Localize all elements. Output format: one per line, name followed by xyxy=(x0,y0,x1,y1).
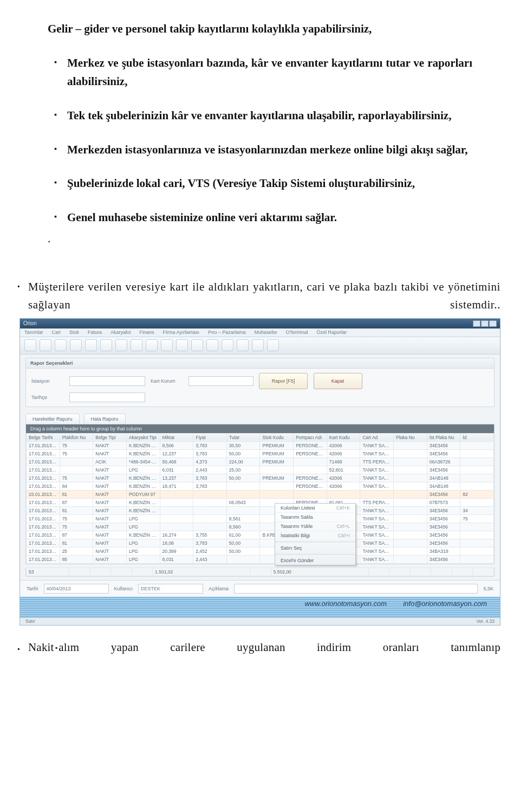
toolbar-button[interactable] xyxy=(100,339,112,351)
menu-item[interactable]: Tanımlar xyxy=(24,330,43,335)
tab-hareketler[interactable]: Hareketler Raporu xyxy=(25,414,80,424)
table-cell: TANKT SATIŞ xyxy=(360,506,394,514)
column-header[interactable]: Miktar xyxy=(160,433,193,441)
toolbar-button[interactable] xyxy=(40,339,51,351)
tab-hata[interactable]: Hata Raporu xyxy=(84,414,126,424)
context-menu-item[interactable]: Kolonları ListesiCtrl+K xyxy=(275,504,355,513)
context-menu[interactable]: Kolonları ListesiCtrl+KTasarımı SaklaTas… xyxy=(275,503,356,565)
toolbar-button[interactable] xyxy=(24,339,36,351)
menu-item[interactable]: Firma Ayırlaması xyxy=(163,330,199,335)
table-cell: 17.01.2013 07:22 xyxy=(27,523,60,531)
table-cell: 84 xyxy=(60,482,93,490)
toolbar-button[interactable] xyxy=(252,339,264,351)
menu-item[interactable]: Muhasebe xyxy=(254,330,277,335)
table-row[interactable]: 17.01.2013 15:3384NAKİTK.BENZİN EXTRA18,… xyxy=(27,482,494,490)
table-cell xyxy=(460,523,494,531)
table-row[interactable]: 17.01.2013 07:2275NAKİTLPG8,56042006TANK… xyxy=(27,523,494,531)
toolbar-button[interactable] xyxy=(267,339,279,351)
menu-item[interactable]: Cari xyxy=(52,330,61,335)
table-row[interactable]: 15.01.2013 10:3181NAKİTPODYUM 9734E34568… xyxy=(27,490,494,498)
toolbar-button[interactable] xyxy=(85,339,97,351)
table-cell: 75 xyxy=(60,523,93,531)
context-menu-item[interactable]: Tasarımı Sakla xyxy=(275,513,355,522)
column-header[interactable]: Fiyat xyxy=(193,433,227,441)
table-row[interactable]: 17.01.2013 18:0981NAKİTK.BENZİN EXTRA91,… xyxy=(27,506,494,514)
toolbar-button[interactable] xyxy=(115,339,127,351)
group-by-hint[interactable]: Drag a column header here to group by th… xyxy=(26,424,494,433)
table-cell: 3,783 xyxy=(193,449,227,457)
toolbar-button[interactable] xyxy=(146,339,158,351)
close-button[interactable]: Kapat xyxy=(314,373,362,389)
table-cell: PREMIUM xyxy=(260,457,294,466)
table-cell: LPG xyxy=(126,523,160,531)
toolbar-button[interactable] xyxy=(206,339,218,351)
column-header[interactable]: Akaryakıt Tipi xyxy=(126,433,160,441)
context-menu-item[interactable]: Satırı Seç xyxy=(275,544,355,553)
menu-item[interactable]: Akaryakıt xyxy=(110,330,131,335)
table-row[interactable]: 17.01.2013 18:0725NAKİTLPG20,3992,45250,… xyxy=(27,547,494,555)
report-button[interactable]: Rapor [F5] xyxy=(259,373,308,389)
secondary-paragraph: Müşterilere verilen veresiye kart ile al… xyxy=(20,278,500,313)
column-header[interactable]: Tutar xyxy=(226,433,260,441)
toolbar-button[interactable] xyxy=(55,339,67,351)
totals-cell xyxy=(250,568,271,576)
table-row[interactable]: 17.01.2013 19:05ACIK*486-3454-6471-18.00… xyxy=(27,457,494,466)
table-row[interactable]: 17.01.2013 07:45NAKİTLPG6,0312,44325,005… xyxy=(27,466,494,474)
column-header[interactable]: İst Plaka No xyxy=(427,433,460,441)
table-row[interactable]: 17.01.2013 18:0481NAKİTLPG18,083,78350,0… xyxy=(27,539,494,547)
window-close-button[interactable] xyxy=(489,320,497,327)
menu-item[interactable]: Fatura xyxy=(88,330,102,335)
menu-item[interactable]: Özel Raporlar xyxy=(317,330,347,335)
istasyon-select[interactable] xyxy=(69,376,145,386)
footer-aciklama-input[interactable] xyxy=(234,584,478,594)
table-row[interactable]: 17.01.2013 17:0187NAKİTK.BENZİN EXTRA06.… xyxy=(27,498,494,506)
toolbar-button[interactable] xyxy=(176,339,188,351)
column-header[interactable]: Belge Tarihi xyxy=(27,433,60,441)
toolbar-button[interactable] xyxy=(131,339,142,351)
totals-cell: 1.501,02 xyxy=(153,568,250,576)
column-header[interactable]: Plakifon No xyxy=(60,433,93,441)
column-header[interactable]: Plaka No xyxy=(394,433,427,441)
table-cell: 34E3456 xyxy=(427,506,460,514)
table-cell: TANKT SATIŞ xyxy=(360,441,394,449)
menu-item[interactable]: Pıro – Pazarlama xyxy=(208,330,246,335)
kart-select[interactable] xyxy=(188,376,253,386)
column-header[interactable]: Cari Ad xyxy=(360,433,394,441)
context-menu-item[interactable]: Tasarımı YükleCtrl+L xyxy=(275,522,355,531)
table-cell xyxy=(394,498,427,506)
table-row[interactable]: 17.01.2013 18:0775NAKİTK.BENZİN EXTRA13,… xyxy=(27,474,494,482)
bullet-item: Merkez ve şube istasyonları bazında, kâr… xyxy=(67,54,472,91)
menubar: Tanımlar Cari Stok Fatura Akaryakıt Fina… xyxy=(20,328,500,337)
menu-item[interactable]: Stok xyxy=(69,330,79,335)
column-header[interactable]: İd xyxy=(460,433,494,441)
tarih-select[interactable] xyxy=(69,392,145,402)
menu-item[interactable]: Finans xyxy=(140,330,154,335)
table-cell xyxy=(360,490,394,498)
menu-item[interactable]: OTerminal xyxy=(286,330,308,335)
table-row[interactable]: 17.01.2013 07:2575NAKİTK.BENZİN EXTRA12,… xyxy=(27,449,494,457)
column-header[interactable]: Pompacı Adı xyxy=(294,433,327,441)
table-row[interactable]: 17.01.2013 11:5675NAKİTK.BENZİN EXTRA8,5… xyxy=(27,441,494,449)
footer-kullanici-input[interactable]: DESTEK xyxy=(138,584,203,594)
toolbar-button[interactable] xyxy=(237,339,249,351)
table-row[interactable]: 17.01.2013 18:0085NAKİTLPG8,0312,443PERS… xyxy=(27,555,494,563)
table-cell xyxy=(394,523,427,531)
toolbar-button[interactable] xyxy=(222,339,233,351)
context-menu-item[interactable]: Excel'e Gönder xyxy=(275,556,355,565)
toolbar-button[interactable] xyxy=(191,339,203,351)
toolbar-button[interactable] xyxy=(70,339,82,351)
window-titlebar: Orion xyxy=(20,319,500,328)
table-row[interactable]: 17.01.2013 15:0375NAKİTLPG8,561KONUK K42… xyxy=(27,514,494,523)
window-maximize-button[interactable] xyxy=(481,320,489,327)
table-cell: 87 xyxy=(60,531,93,539)
table-cell: 34E3456 xyxy=(427,449,460,457)
footer-tarih-value: 40/04/2013 xyxy=(47,586,71,591)
table-row[interactable]: 17.01.2013 18:5487NAKİTK.BENZİN EXTRA16,… xyxy=(27,531,494,539)
window-minimize-button[interactable] xyxy=(473,320,480,327)
footer-tarih-input[interactable]: 40/04/2013 xyxy=(44,584,109,594)
column-header[interactable]: Belge Tipi xyxy=(93,433,127,441)
toolbar-button[interactable] xyxy=(161,339,173,351)
context-menu-item[interactable]: İstatistiki BilgiCtrl+I xyxy=(275,531,355,540)
column-header[interactable]: Stok Kodu xyxy=(260,433,294,441)
column-header[interactable]: Kart Kodu xyxy=(327,433,360,441)
